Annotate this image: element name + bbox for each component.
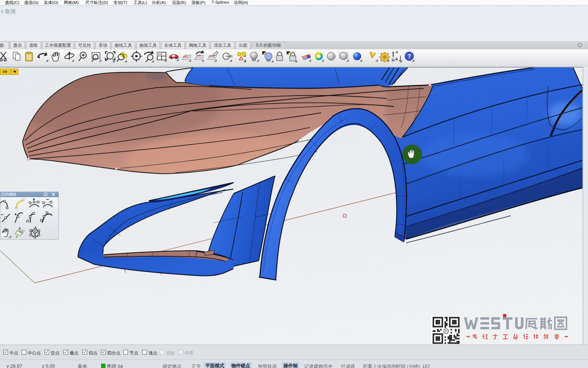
svg-text:?: ? — [407, 53, 411, 60]
